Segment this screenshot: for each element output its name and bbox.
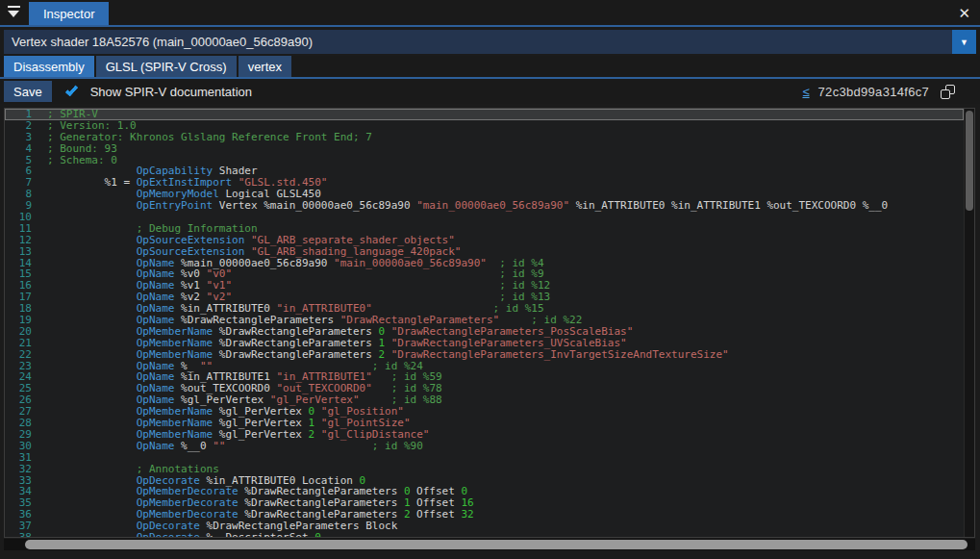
- vertical-scrollbar[interactable]: [964, 109, 974, 537]
- tab-disassembly[interactable]: Disassembly: [4, 56, 94, 77]
- disassembly-code-viewer[interactable]: 1; SPIR-V2; Version: 1.03; Generator: Kh…: [4, 108, 975, 538]
- show-spirv-doc-label: Show SPIR-V documentation: [90, 85, 252, 99]
- line-number: 5: [5, 155, 38, 166]
- line-number: 8: [5, 189, 38, 200]
- line-number: 32: [5, 464, 38, 475]
- code-lines-container: 1; SPIR-V2; Version: 1.03; Generator: Kh…: [5, 109, 964, 537]
- code-line[interactable]: 3; Generator: Khronos Glslang Reference …: [5, 132, 964, 143]
- line-number: 30: [5, 441, 38, 452]
- line-number: 13: [5, 246, 38, 258]
- hash-link-icon[interactable]: ≤: [802, 85, 809, 99]
- line-text: OpName %__0 "" ; id %90: [38, 441, 423, 452]
- tab-inspector-label: Inspector: [43, 7, 94, 21]
- tab-vertex[interactable]: vertex: [239, 56, 291, 77]
- line-number: 6: [5, 165, 38, 177]
- shader-hash-value: 72c3bd99a314f6c7: [818, 85, 929, 99]
- line-number: 1: [5, 109, 38, 120]
- line-number: 4: [5, 143, 38, 155]
- line-text: [38, 452, 47, 464]
- line-number: 21: [5, 338, 38, 349]
- chevron-down-icon[interactable]: ▼: [952, 30, 976, 54]
- line-number: 12: [5, 235, 38, 246]
- line-number: 7: [5, 177, 38, 189]
- line-number: 38: [5, 532, 38, 537]
- line-number: 22: [5, 349, 38, 361]
- line-number: 11: [5, 223, 38, 235]
- line-number: 3: [5, 132, 38, 143]
- close-icon[interactable]: ✕: [958, 6, 970, 20]
- inspector-window: Inspector ✕ Vertex shader 18A52576 (main…: [0, 0, 980, 559]
- line-number: 31: [5, 452, 38, 464]
- line-text: OpEntryPoint Vertex %main_00000ae0_56c89…: [38, 200, 888, 212]
- show-spirv-doc-checkbox[interactable]: [63, 82, 83, 101]
- shader-selector-dropdown[interactable]: Vertex shader 18A52576 (main_00000ae0_56…: [4, 30, 976, 54]
- vertical-scrollbar-thumb[interactable]: [966, 111, 973, 211]
- shader-view-tabs: Disassembly GLSL (SPIR-V Cross) vertex: [0, 56, 980, 79]
- copy-icon-front-square: [941, 89, 950, 99]
- code-line[interactable]: 30 OpName %__0 "" ; id %90: [5, 441, 964, 452]
- dock-menu-icon[interactable]: [0, 0, 27, 25]
- code-line[interactable]: 1; SPIR-V: [5, 109, 964, 120]
- tab-vertex-label: vertex: [248, 60, 282, 74]
- horizontal-scrollbar-thumb[interactable]: [25, 540, 967, 549]
- code-line[interactable]: 38 OpDecorate %_ DescriptorSet 0: [5, 532, 964, 537]
- code-line[interactable]: 9 OpEntryPoint Vertex %main_00000ae0_56c…: [5, 200, 964, 212]
- tab-inspector[interactable]: Inspector: [29, 2, 109, 25]
- shader-selector-value: Vertex shader 18A52576 (main_00000ae0_56…: [4, 35, 952, 49]
- checkmark-icon: [64, 83, 78, 96]
- line-number: 2: [5, 120, 38, 132]
- horizontal-scrollbar[interactable]: [4, 539, 975, 550]
- copy-icon[interactable]: [941, 85, 955, 99]
- save-button[interactable]: Save: [4, 81, 52, 102]
- tab-disassembly-label: Disassembly: [13, 60, 85, 74]
- dock-menu-triangle-icon: [8, 11, 19, 17]
- toolbar-right-group: ≤ 72c3bd99a314f6c7: [802, 85, 955, 99]
- titlebar: Inspector ✕: [0, 0, 980, 27]
- shader-toolbar: Save Show SPIR-V documentation ≤ 72c3bd9…: [0, 79, 980, 104]
- tab-glsl-label: GLSL (SPIR-V Cross): [106, 60, 227, 74]
- dock-menu-bar: [8, 6, 20, 8]
- code-line[interactable]: 4; Bound: 93: [5, 143, 964, 155]
- line-text: OpDecorate %_ DescriptorSet 0: [38, 532, 321, 537]
- line-text: [38, 212, 47, 223]
- tab-glsl-spirv-cross[interactable]: GLSL (SPIR-V Cross): [96, 56, 237, 77]
